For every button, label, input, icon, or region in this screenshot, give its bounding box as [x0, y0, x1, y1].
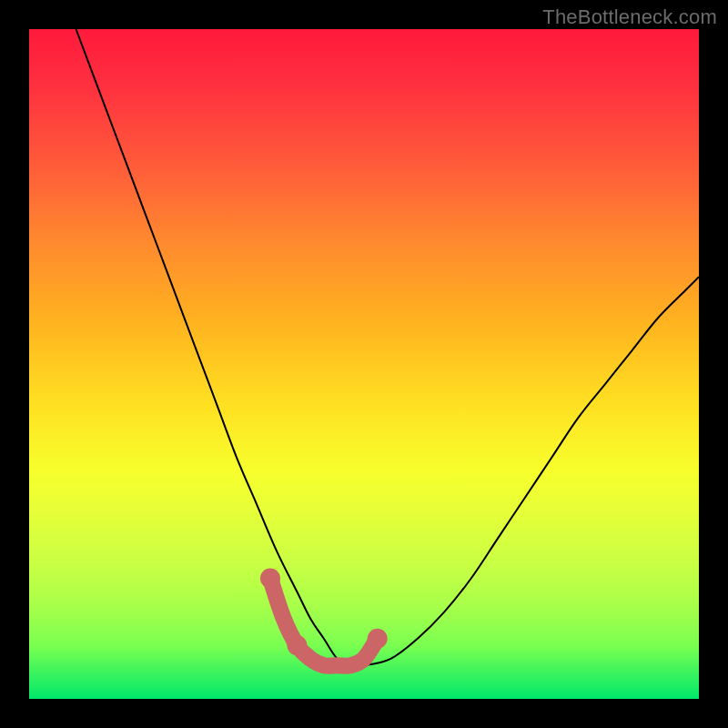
bottleneck-curve	[76, 29, 699, 666]
watermark-text: TheBottleneck.com	[542, 5, 717, 29]
highlight-dot	[260, 569, 280, 589]
highlight-dot	[368, 629, 388, 649]
plot-area	[29, 29, 699, 699]
chart-frame: TheBottleneck.com	[0, 0, 728, 728]
chart-svg	[29, 29, 699, 699]
highlight-curve	[270, 579, 378, 666]
highlight-dot	[287, 635, 307, 655]
